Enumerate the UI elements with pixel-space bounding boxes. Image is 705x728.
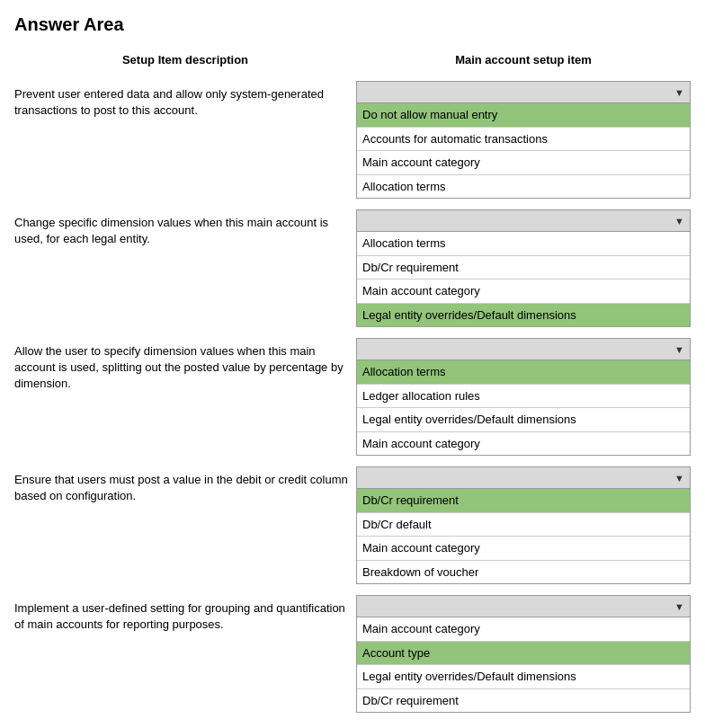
dropdown-item[interactable]: Db/Cr requirement bbox=[357, 489, 690, 513]
row-description: Ensure that users must post a value in t… bbox=[14, 466, 356, 510]
dropdown-item[interactable]: Main account category bbox=[357, 432, 690, 456]
dropdown-item[interactable]: Main account category bbox=[357, 151, 690, 175]
chevron-down-icon: ▼ bbox=[674, 216, 684, 226]
dropdown-item[interactable]: Db/Cr requirement bbox=[357, 689, 690, 713]
col-header-left: Setup Item description bbox=[14, 49, 356, 70]
chevron-down-icon: ▼ bbox=[674, 473, 684, 484]
rows-container: Prevent user entered data and allow only… bbox=[14, 81, 691, 713]
dropdown-item[interactable]: Legal entity overrides/Default dimension… bbox=[357, 304, 690, 327]
dropdown-item[interactable]: Account type bbox=[357, 642, 690, 666]
row-description: Change specific dimension values when th… bbox=[14, 209, 356, 253]
dropdown-item[interactable]: Allocation terms bbox=[357, 175, 690, 199]
dropdown-item[interactable]: Accounts for automatic transactions bbox=[357, 128, 690, 152]
table-row: Implement a user-defined setting for gro… bbox=[14, 595, 691, 713]
dropdown-item[interactable]: Legal entity overrides/Default dimension… bbox=[357, 665, 690, 689]
dropdown-header[interactable]: ▼ bbox=[357, 210, 690, 232]
row-description: Implement a user-defined setting for gro… bbox=[14, 595, 356, 638]
chevron-down-icon: ▼ bbox=[674, 344, 684, 355]
dropdown-header[interactable]: ▼ bbox=[357, 82, 690, 103]
dropdown-header[interactable]: ▼ bbox=[357, 467, 690, 489]
dropdown-item[interactable]: Do not allow manual entry bbox=[357, 103, 690, 128]
table-row: Prevent user entered data and allow only… bbox=[14, 81, 691, 199]
dropdown-item[interactable]: Allocation terms bbox=[357, 232, 690, 256]
col-header-right: Main account setup item bbox=[356, 49, 691, 70]
dropdown-item[interactable]: Db/Cr requirement bbox=[357, 256, 690, 280]
dropdown-item[interactable]: Db/Cr default bbox=[357, 513, 690, 537]
dropdown-item[interactable]: Allocation terms bbox=[357, 360, 690, 385]
dropdown-item[interactable]: Main account category bbox=[357, 537, 690, 561]
dropdown-container[interactable]: ▼Allocation termsLedger allocation rules… bbox=[356, 338, 691, 456]
dropdown-container[interactable]: ▼Allocation termsDb/Cr requirementMain a… bbox=[356, 209, 691, 327]
dropdown-item[interactable]: Main account category bbox=[357, 280, 690, 304]
page-title: Answer Area bbox=[14, 14, 691, 35]
row-description: Prevent user entered data and allow only… bbox=[14, 81, 356, 124]
table-row: Ensure that users must post a value in t… bbox=[14, 466, 691, 584]
dropdown-item[interactable]: Breakdown of voucher bbox=[357, 561, 690, 584]
table-row: Change specific dimension values when th… bbox=[14, 209, 691, 327]
table-header: Setup Item description Main account setu… bbox=[14, 49, 691, 74]
dropdown-header[interactable]: ▼ bbox=[357, 596, 690, 617]
chevron-down-icon: ▼ bbox=[674, 87, 684, 98]
dropdown-item[interactable]: Main account category bbox=[357, 617, 690, 642]
dropdown-container[interactable]: ▼Main account categoryAccount typeLegal … bbox=[356, 595, 691, 713]
dropdown-container[interactable]: ▼Db/Cr requirementDb/Cr defaultMain acco… bbox=[356, 466, 691, 584]
dropdown-container[interactable]: ▼Do not allow manual entryAccounts for a… bbox=[356, 81, 691, 199]
dropdown-header[interactable]: ▼ bbox=[357, 339, 690, 360]
chevron-down-icon: ▼ bbox=[674, 601, 684, 612]
dropdown-item[interactable]: Ledger allocation rules bbox=[357, 385, 690, 409]
table-row: Allow the user to specify dimension valu… bbox=[14, 338, 691, 456]
dropdown-item[interactable]: Legal entity overrides/Default dimension… bbox=[357, 408, 690, 432]
row-description: Allow the user to specify dimension valu… bbox=[14, 338, 356, 398]
